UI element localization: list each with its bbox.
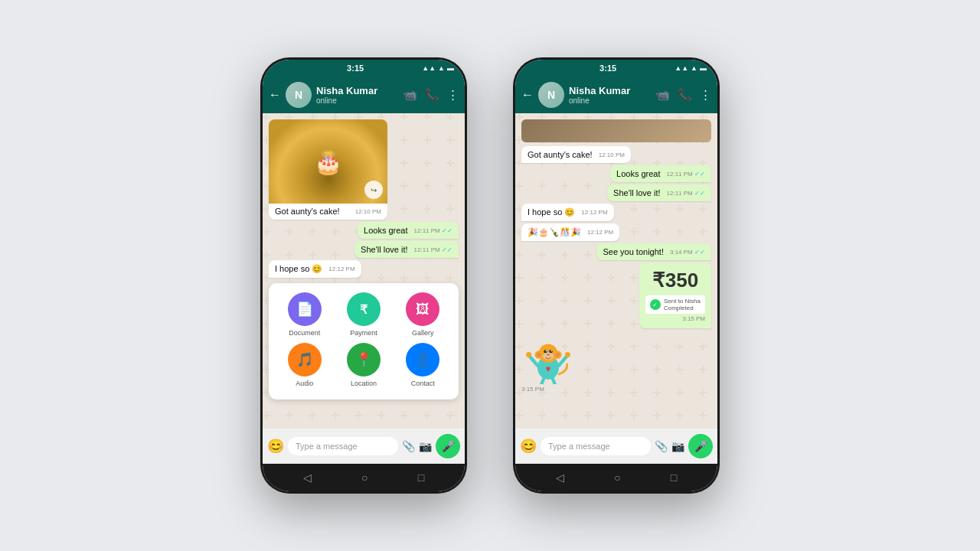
attach-gallery[interactable]: 🖼 Gallery (406, 292, 439, 337)
received-text-2c: 🎉🎂🍾🎊🎉 (528, 227, 581, 236)
contact-status-2: online (569, 96, 651, 105)
status-bar-1: 3:15 ▲▲ ▲ ▬ (263, 60, 465, 77)
home-nav-2[interactable]: ○ (614, 471, 620, 484)
chat-area-2: Got aunty's cake! 12:10 PM Looks great 1… (515, 113, 717, 429)
audio-icon: 🎵 (288, 343, 322, 377)
contact-status-1: online (316, 96, 398, 105)
sent-text-2a: Looks great (616, 169, 660, 178)
attach-button-2[interactable]: 📎 (655, 440, 668, 452)
status-time-1: 3:15 (347, 64, 364, 73)
sent-msg-2a: Looks great 12:11 PM ✓✓ (610, 165, 711, 182)
attachment-menu: 📄 Document ₹ Payment 🖼 Gallery (269, 283, 459, 399)
back-button-2[interactable]: ← (521, 88, 534, 102)
camera-button-1[interactable]: 📷 (419, 440, 432, 452)
check-2b: ✓✓ (694, 190, 705, 197)
attach-button-1[interactable]: 📎 (402, 440, 415, 452)
img-caption-1: Got aunty's cake! (275, 207, 340, 216)
sent-msg-1: Looks great 12:11 PM ✓✓ (358, 222, 459, 239)
back-nav-1[interactable]: ◁ (303, 471, 312, 484)
share-icon-1[interactable]: ↪ (364, 181, 383, 199)
more-options-icon-2[interactable]: ⋮ (700, 88, 711, 102)
emoji-button-2[interactable]: 😊 (520, 438, 537, 455)
mic-button-2[interactable]: 🎤 (688, 434, 713, 458)
check-2a: ✓✓ (694, 171, 705, 178)
attach-row-1: 📄 Document ₹ Payment 🖼 Gallery (275, 292, 452, 337)
received-time-2a: 12:10 PM (599, 152, 625, 158)
video-call-icon-2[interactable]: 📹 (655, 88, 670, 102)
contact-name-1: Nisha Kumar (316, 85, 398, 96)
received-text-1: I hope so 😊 (275, 264, 322, 273)
recent-nav-2[interactable]: □ (671, 471, 677, 484)
wifi-icon-1: ▲ (438, 64, 445, 72)
signal-icon-1: ▲▲ (422, 64, 436, 72)
sent-msg-2: She'll love it! 12:11 PM ✓✓ (354, 241, 459, 258)
received-text-2a: Got aunty's cake! (528, 150, 593, 159)
signal-icon-2: ▲▲ (675, 64, 688, 72)
status-time-2: 3:15 (599, 64, 616, 73)
phone-2: 3:15 ▲▲ ▲ ▬ ← N Nisha Kumar online 📹 (513, 57, 720, 494)
sticker-container: 3:15 PM (521, 331, 711, 393)
home-nav-1[interactable]: ○ (361, 471, 368, 484)
gallery-icon: 🖼 (406, 292, 439, 326)
voice-call-icon-1[interactable]: 📞 (425, 88, 439, 102)
status-icons-2: ▲▲ ▲ ▬ (675, 64, 707, 72)
sent-text-2c: See you tonight! (603, 247, 664, 256)
payment-time: 3:15 PM (682, 315, 705, 322)
sent-text-2: She'll love it! (361, 245, 407, 254)
message-input-2[interactable]: Type a message (541, 437, 651, 455)
back-nav-2[interactable]: ◁ (556, 471, 564, 484)
svg-point-8 (549, 350, 552, 353)
contact-icon: 👤 (406, 343, 439, 377)
phones-container: 3:15 ▲▲ ▲ ▬ ← N Nisha Kumar online 📹 (260, 57, 720, 494)
payment-dot: ✓ (650, 299, 661, 310)
attach-payment[interactable]: ₹ Payment (347, 292, 381, 337)
sent-time-1: 12:11 PM ✓✓ (414, 227, 452, 234)
contact-label: Contact (411, 380, 435, 387)
svg-point-5 (556, 353, 560, 357)
mic-button-1[interactable]: 🎤 (436, 434, 460, 458)
more-options-icon-1[interactable]: ⋮ (447, 88, 459, 102)
check-2c: ✓✓ (694, 249, 705, 256)
check-2: ✓✓ (442, 246, 452, 253)
svg-point-4 (537, 353, 541, 357)
attach-location[interactable]: 📍 Location (347, 343, 381, 387)
svg-line-17 (552, 377, 555, 384)
attach-audio[interactable]: 🎵 Audio (288, 343, 322, 387)
received-time-2b: 12:12 PM (581, 209, 607, 216)
contact-name-2: Nisha Kumar (569, 85, 651, 96)
payment-sent-to: Sent to Nisha (664, 298, 701, 305)
voice-call-icon-2[interactable]: 📞 (678, 88, 692, 102)
received-time-1: 12:12 PM (328, 266, 354, 272)
location-icon: 📍 (347, 343, 381, 377)
attach-document[interactable]: 📄 Document (288, 292, 322, 337)
input-bar-1: 😊 Type a message 📎 📷 🎤 (263, 429, 465, 464)
message-input-1[interactable]: Type a message (288, 437, 398, 455)
payment-amount: ₹350 (645, 269, 705, 292)
svg-point-11 (547, 354, 550, 356)
payment-completed: Completed (664, 305, 701, 311)
avatar-2: N (538, 82, 564, 108)
recent-nav-1[interactable]: □ (418, 471, 424, 484)
phone-1: 3:15 ▲▲ ▲ ▬ ← N Nisha Kumar online 📹 (260, 57, 467, 494)
chat-header-2: ← N Nisha Kumar online 📹 📞 ⋮ (515, 77, 717, 113)
sent-time-2c: 3:14 PM ✓✓ (670, 249, 705, 256)
video-call-icon-1[interactable]: 📹 (403, 88, 417, 102)
avatar-1: N (286, 82, 312, 108)
attach-contact[interactable]: 👤 Contact (406, 343, 439, 387)
battery-icon-2: ▬ (700, 64, 707, 72)
attach-row-2: 🎵 Audio 📍 Location 👤 Contact (275, 343, 452, 387)
svg-point-9 (546, 350, 547, 351)
emoji-button-1[interactable]: 😊 (267, 438, 284, 455)
check-1: ✓✓ (442, 227, 452, 234)
document-icon: 📄 (288, 292, 322, 326)
received-time-2c: 12:12 PM (587, 229, 613, 236)
chat-area-1: 🎂 ↪ Got aunty's cake! 12:10 PM Looks gre… (263, 113, 465, 429)
svg-line-16 (541, 377, 544, 384)
received-text-2b: I hope so 😊 (528, 207, 575, 217)
received-msg-2a: Got aunty's cake! 12:10 PM (521, 146, 631, 163)
camera-button-2[interactable]: 📷 (671, 440, 684, 452)
image-message-1: 🎂 ↪ Got aunty's cake! 12:10 PM (269, 119, 387, 220)
contact-info-2: Nisha Kumar online (569, 85, 651, 105)
received-msg-1: I hope so 😊 12:12 PM (269, 260, 361, 278)
back-button-1[interactable]: ← (269, 88, 281, 102)
